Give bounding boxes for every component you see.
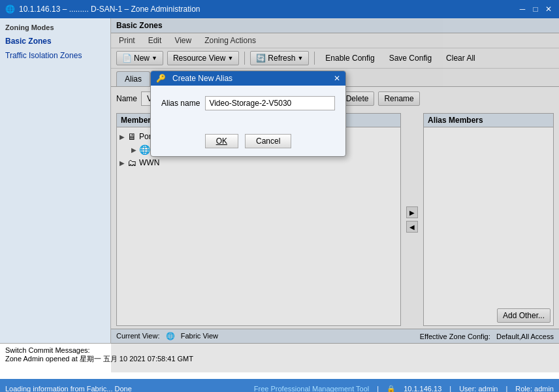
modal-title-icon: 🔑 bbox=[156, 74, 166, 83]
modal-overlay: 🔑 Create New Alias ✕ Alias name OK Cance… bbox=[111, 18, 559, 372]
bottom-status: Loading information from Fabric... Done bbox=[5, 385, 132, 392]
bottom-separator-3: | bbox=[505, 385, 507, 392]
modal-title-left: 🔑 Create New Alias bbox=[156, 74, 232, 83]
bottom-role: Role: admin bbox=[515, 385, 554, 392]
bottom-user: User: admin bbox=[459, 385, 498, 392]
sidebar: Zoning Modes Basic Zones Traffic Isolati… bbox=[0, 18, 111, 343]
modal-cancel-button[interactable]: Cancel bbox=[245, 134, 291, 148]
title-icon: 🌐 bbox=[5, 5, 15, 14]
bottom-right: Free Professional Management Tool | 🔒 10… bbox=[254, 385, 554, 393]
bottom-bar: Loading information from Fabric... Done … bbox=[0, 379, 559, 392]
title-bar-text: 🌐 10.1.146.13 – ......... D-SAN-1 – Zone… bbox=[5, 5, 200, 14]
modal-title-text: Create New Alias bbox=[172, 74, 232, 83]
modal-ok-button[interactable]: OK bbox=[205, 134, 238, 148]
bottom-ip: 10.1.146.13 bbox=[404, 385, 441, 392]
modal-close-button[interactable]: ✕ bbox=[334, 74, 340, 83]
modal-body: Alias name bbox=[151, 86, 345, 129]
close-button[interactable]: ✕ bbox=[543, 4, 554, 14]
sidebar-item-basic-zones[interactable]: Basic Zones bbox=[0, 34, 110, 48]
pro-tool-link[interactable]: Free Professional Management Tool bbox=[254, 385, 370, 392]
sidebar-item-traffic-isolation[interactable]: Traffic Isolation Zones bbox=[0, 48, 110, 63]
sidebar-title: Zoning Modes bbox=[0, 21, 110, 34]
bottom-separator-1: | bbox=[377, 385, 379, 392]
bottom-separator-2: | bbox=[449, 385, 451, 392]
window-controls: ─ □ ✕ bbox=[517, 4, 554, 14]
minimize-button[interactable]: ─ bbox=[517, 4, 528, 14]
modal-title-bar: 🔑 Create New Alias ✕ bbox=[151, 71, 345, 86]
lock-icon: 🔒 bbox=[387, 385, 396, 393]
title-text: 10.1.146.13 – ......... D-SAN-1 – Zone A… bbox=[19, 5, 200, 14]
alias-name-input[interactable] bbox=[205, 96, 335, 110]
create-new-alias-dialog: 🔑 Create New Alias ✕ Alias name OK Cance… bbox=[150, 71, 346, 157]
alias-name-label: Alias name bbox=[161, 99, 200, 108]
maximize-button[interactable]: □ bbox=[530, 4, 541, 14]
modal-footer: OK Cancel bbox=[151, 129, 345, 156]
title-bar: 🌐 10.1.146.13 – ......... D-SAN-1 – Zone… bbox=[0, 0, 559, 18]
alias-name-field: Alias name bbox=[161, 96, 335, 110]
